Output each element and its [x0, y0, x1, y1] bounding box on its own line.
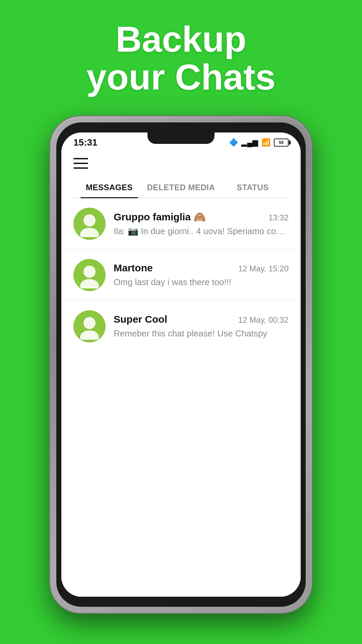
- tab-messages[interactable]: MESSAGES: [73, 177, 145, 198]
- avatar-icon: [76, 210, 103, 237]
- hamburger-line-1: [73, 158, 88, 159]
- avatar: [73, 208, 106, 240]
- chat-name: Martone: [114, 262, 153, 274]
- chat-time: 13:32: [268, 213, 289, 222]
- status-icons: ‬🔷 ▂▄▆ 📶 55: [229, 138, 289, 147]
- chat-time: 12 May, 00:32: [238, 315, 289, 325]
- wifi-icon: 📶: [261, 138, 270, 147]
- chat-content: Martone 12 May, 15:20 Omg last day i was…: [114, 262, 289, 287]
- phone-mockup: 15:31 ‬🔷 ▂▄▆ 📶 55: [50, 116, 312, 613]
- chat-item-martone[interactable]: Martone 12 May, 15:20 Omg last day i was…: [61, 250, 301, 301]
- tab-deleted-media[interactable]: DELETED MEDIA: [145, 177, 217, 198]
- chat-item-super-cool[interactable]: Super Cool 12 May, 00:32 Remeber this ch…: [61, 301, 301, 352]
- svg-point-3: [80, 279, 99, 288]
- svg-point-0: [83, 214, 96, 226]
- svg-point-2: [83, 266, 96, 278]
- chat-top: Super Cool 12 May, 00:32: [114, 314, 289, 325]
- signal-icon: ▂▄▆: [241, 138, 258, 147]
- chat-top: Martone 12 May, 15:20: [114, 262, 289, 274]
- avatar-icon: [76, 313, 103, 340]
- svg-point-5: [80, 330, 99, 340]
- svg-point-1: [80, 228, 99, 237]
- chat-item-gruppo-famiglia[interactable]: Gruppo famiglia 🙈 13:32 Ila: 📷 In due gi…: [61, 198, 301, 250]
- chat-name: Gruppo famiglia 🙈: [114, 211, 206, 223]
- app-header: MESSAGES DELETED MEDIA STATUS: [61, 153, 301, 198]
- avatar: [73, 310, 106, 342]
- hamburger-menu[interactable]: [73, 158, 88, 169]
- chat-content: Super Cool 12 May, 00:32 Remeber this ch…: [114, 314, 289, 339]
- battery-indicator: 55: [274, 139, 289, 147]
- chat-name: Super Cool: [114, 314, 167, 325]
- chat-preview: Omg last day i was there too!!!: [114, 277, 289, 287]
- phone-inner: 15:31 ‬🔷 ▂▄▆ 📶 55: [56, 122, 306, 607]
- tabs-bar: MESSAGES DELETED MEDIA STATUS: [73, 177, 289, 198]
- bluetooth-icon: ‬🔷: [229, 138, 238, 147]
- phone-screen: 15:31 ‬🔷 ▂▄▆ 📶 55: [61, 132, 301, 597]
- tab-status[interactable]: STATUS: [217, 177, 289, 198]
- hamburger-line-2: [73, 163, 88, 164]
- hamburger-line-3: [73, 167, 88, 169]
- phone-frame: 15:31 ‬🔷 ▂▄▆ 📶 55: [50, 116, 312, 613]
- avatar: [73, 259, 106, 291]
- svg-point-4: [83, 317, 96, 329]
- chat-list: Gruppo famiglia 🙈 13:32 Ila: 📷 In due gi…: [61, 198, 301, 597]
- avatar-icon: [76, 262, 103, 288]
- hero-title: Backupyour Chats: [86, 0, 276, 113]
- chat-preview: Remeber this chat please! Use Chatspy: [114, 328, 289, 339]
- chat-content: Gruppo famiglia 🙈 13:32 Ila: 📷 In due gi…: [114, 211, 289, 236]
- chat-top: Gruppo famiglia 🙈 13:32: [114, 211, 289, 223]
- chat-preview: Ila: 📷 In due giorni.. 4 uova! Speriamo …: [114, 226, 289, 236]
- status-time: 15:31: [73, 137, 98, 148]
- chat-time: 12 May, 15:20: [238, 264, 289, 273]
- phone-notch: [147, 132, 215, 144]
